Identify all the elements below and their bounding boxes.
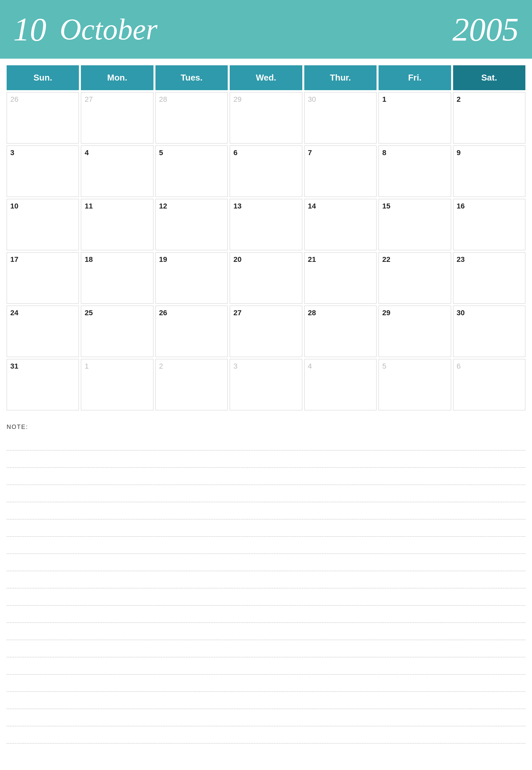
day-number: 7 (308, 148, 312, 157)
day-number: 15 (382, 202, 390, 210)
day-cell[interactable]: 2 (155, 359, 228, 410)
week-6: 31 1 2 3 4 5 6 (7, 359, 525, 410)
day-cell[interactable]: 21 (304, 252, 377, 304)
day-number: 29 (233, 95, 241, 103)
day-cell[interactable]: 6 (453, 359, 525, 410)
notes-line (7, 675, 525, 692)
day-headers-row: Sun. Mon. Tues. Wed. Thur. Fri. Sat. (7, 65, 525, 90)
day-cell[interactable]: 1 (379, 92, 451, 144)
day-cell[interactable]: 10 (7, 199, 79, 250)
notes-lines (7, 433, 525, 743)
week-1: 26 27 28 29 30 1 2 (7, 92, 525, 144)
day-cell[interactable]: 16 (453, 199, 525, 250)
day-cell[interactable]: 29 (379, 306, 451, 357)
day-cell[interactable]: 6 (230, 146, 302, 197)
notes-line (7, 623, 525, 640)
notes-line (7, 588, 525, 606)
year: 2005 (452, 13, 519, 46)
day-number: 1 (85, 362, 89, 370)
day-number: 8 (382, 148, 386, 157)
notes-line (7, 709, 525, 726)
day-number: 23 (457, 255, 465, 264)
day-number: 26 (159, 309, 167, 317)
day-number: 28 (159, 95, 167, 103)
notes-line (7, 640, 525, 657)
day-cell[interactable]: 7 (304, 146, 377, 197)
day-cell[interactable]: 5 (155, 146, 228, 197)
day-number: 6 (233, 148, 237, 157)
day-number: 30 (308, 95, 316, 103)
week-2: 3 4 5 6 7 8 9 (7, 146, 525, 197)
day-number: 11 (85, 202, 92, 210)
day-cell[interactable]: 4 (304, 359, 377, 410)
day-cell[interactable]: 17 (7, 252, 79, 304)
day-cell[interactable]: 3 (230, 359, 302, 410)
day-number: 9 (457, 148, 461, 157)
header-thu: Thur. (304, 65, 377, 90)
day-number: 3 (10, 148, 14, 157)
day-cell[interactable]: 19 (155, 252, 228, 304)
day-cell[interactable]: 30 (453, 306, 525, 357)
notes-line (7, 502, 525, 519)
notes-line (7, 485, 525, 502)
notes-line (7, 657, 525, 675)
day-cell[interactable]: 1 (81, 359, 153, 410)
header-tue: Tues. (155, 65, 228, 90)
header-mon: Mon. (81, 65, 153, 90)
day-cell[interactable]: 8 (379, 146, 451, 197)
notes-line (7, 468, 525, 485)
calendar-header: 10 October 2005 (0, 0, 532, 59)
day-number: 16 (457, 202, 465, 210)
day-number: 17 (10, 255, 18, 264)
day-cell[interactable]: 30 (304, 92, 377, 144)
day-cell[interactable]: 28 (304, 306, 377, 357)
day-number: 3 (233, 362, 237, 370)
day-cell[interactable]: 29 (230, 92, 302, 144)
day-number: 22 (382, 255, 390, 264)
notes-line (7, 537, 525, 554)
month-number: 10 (13, 13, 46, 46)
month-name: October (46, 12, 452, 46)
day-cell[interactable]: 27 (81, 92, 153, 144)
day-cell[interactable]: 9 (453, 146, 525, 197)
day-cell[interactable]: 15 (379, 199, 451, 250)
calendar-grid: Sun. Mon. Tues. Wed. Thur. Fri. Sat. 26 … (0, 59, 532, 414)
day-cell[interactable]: 22 (379, 252, 451, 304)
day-number: 27 (85, 95, 92, 103)
day-cell[interactable]: 31 (7, 359, 79, 410)
day-number: 5 (159, 148, 163, 157)
day-cell[interactable]: 13 (230, 199, 302, 250)
day-cell[interactable]: 14 (304, 199, 377, 250)
day-number: 30 (457, 309, 465, 317)
notes-line (7, 433, 525, 450)
notes-section: NOTE: (0, 414, 532, 750)
day-cell[interactable]: 3 (7, 146, 79, 197)
day-cell[interactable]: 11 (81, 199, 153, 250)
day-number: 6 (457, 362, 461, 370)
header-wed: Wed. (230, 65, 302, 90)
notes-line (7, 519, 525, 537)
notes-line (7, 726, 525, 743)
day-number: 24 (10, 309, 18, 317)
day-cell[interactable]: 23 (453, 252, 525, 304)
day-cell[interactable]: 27 (230, 306, 302, 357)
week-4: 17 18 19 20 21 22 23 (7, 252, 525, 304)
day-cell[interactable]: 2 (453, 92, 525, 144)
day-cell[interactable]: 26 (7, 92, 79, 144)
day-cell[interactable]: 28 (155, 92, 228, 144)
day-number: 29 (382, 309, 390, 317)
day-cell[interactable]: 4 (81, 146, 153, 197)
day-cell[interactable]: 20 (230, 252, 302, 304)
notes-label: NOTE: (7, 424, 525, 431)
day-cell[interactable]: 25 (81, 306, 153, 357)
day-cell[interactable]: 24 (7, 306, 79, 357)
week-5: 24 25 26 27 28 29 30 (7, 306, 525, 357)
day-number: 21 (308, 255, 316, 264)
day-number: 1 (382, 95, 386, 103)
day-cell[interactable]: 26 (155, 306, 228, 357)
day-number: 31 (10, 362, 18, 370)
day-cell[interactable]: 5 (379, 359, 451, 410)
day-cell[interactable]: 12 (155, 199, 228, 250)
day-cell[interactable]: 18 (81, 252, 153, 304)
day-number: 12 (159, 202, 167, 210)
